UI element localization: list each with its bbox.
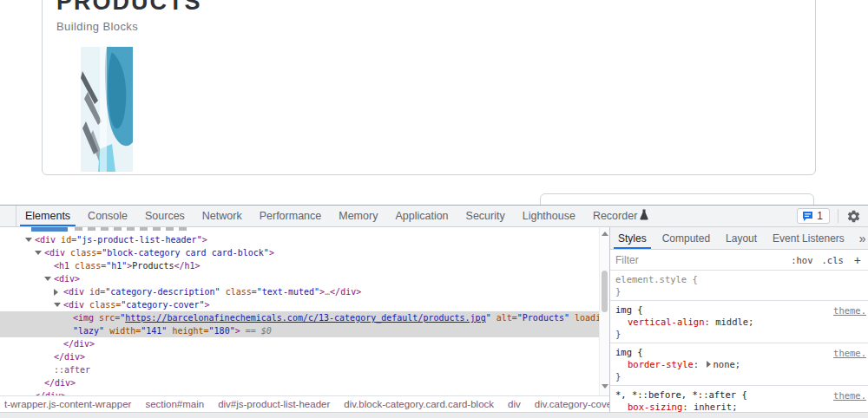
breadcrumb-item[interactable]: div.category-cover	[530, 398, 609, 410]
stylesheet-source-link[interactable]: theme.	[833, 347, 866, 359]
devtools-tab-application[interactable]: Application	[386, 206, 457, 226]
code-segment: <img	[73, 313, 99, 323]
collapse-arrow-icon[interactable]	[44, 277, 51, 281]
devtools-tab-console[interactable]: Console	[79, 206, 136, 226]
property-colon: :	[705, 317, 716, 327]
code-segment: >	[269, 248, 274, 258]
sidebar-tab-event-listeners[interactable]: Event Listeners	[765, 227, 852, 249]
style-rule: theme.img {vertical-align: middle;}	[610, 301, 868, 343]
code-segment: id=	[89, 287, 105, 297]
devtools-tab-label: Elements	[25, 210, 70, 222]
breadcrumb-item[interactable]: div	[503, 398, 525, 410]
stylesheet-source-link[interactable]: theme.	[833, 304, 866, 317]
breadcrumb-item[interactable]: div#js-product-list-header	[214, 398, 334, 410]
code-segment: >	[205, 300, 210, 310]
dom-tree-row[interactable]: </div>	[0, 337, 599, 350]
code-segment: <div	[63, 287, 89, 297]
dom-tree-row[interactable]: <img src="https://barcelonafinechemicals…	[0, 311, 599, 324]
dom-tree-row[interactable]: <div id="category-description" class="te…	[0, 285, 599, 298]
page-title: PRODUCTS	[56, 0, 202, 16]
elements-panel: <div id="js-product-list-header"><div cl…	[0, 227, 609, 412]
devtools-tabbar: ElementsConsoleSourcesNetworkPerformance…	[0, 206, 868, 227]
breadcrumb-item[interactable]: t-wrapper.js-content-wrapper	[0, 398, 135, 410]
devtools-tab-label: Memory	[339, 210, 378, 222]
rule-selector[interactable]: element.style {	[615, 274, 698, 284]
code-segment: src=	[99, 313, 120, 323]
dom-tree-row[interactable]: "lazy" width="141" height="180"> == $0	[0, 324, 599, 337]
breadcrumb-item[interactable]: section#main	[141, 398, 208, 410]
code-segment: id=	[61, 235, 76, 245]
expand-longhand-icon[interactable]	[707, 361, 711, 368]
style-rule: element.style {}	[610, 271, 868, 301]
toggle-hover-state-button[interactable]: :hov	[791, 255, 812, 265]
dom-tree-row[interactable]: <div>	[0, 272, 599, 285]
code-segment: class=	[75, 261, 106, 271]
code-segment: <div	[44, 248, 70, 258]
dom-tree-row[interactable]: <h1 class="h1">Products</h1>	[0, 259, 599, 272]
collapse-arrow-icon[interactable]	[54, 303, 61, 307]
new-style-rule-button[interactable]: +	[854, 253, 861, 267]
devtools-tab-memory[interactable]: Memory	[330, 206, 386, 226]
css-property[interactable]: box-sizing: inherit;	[615, 401, 866, 412]
code-segment: "lazy"	[73, 326, 104, 336]
sidebar-tab-layout[interactable]: Layout	[718, 227, 765, 249]
code-segment: "category-cover"	[121, 300, 204, 310]
dom-tree-row[interactable]: </div>	[0, 389, 599, 395]
dom-tree-row[interactable]: </div>	[0, 376, 599, 389]
filter-input[interactable]: Filter	[615, 254, 782, 266]
property-value: none;	[713, 359, 741, 369]
devtools-tab-label: Sources	[145, 210, 185, 222]
rule-selector-line: img {	[615, 346, 866, 358]
devtools-tab-sources[interactable]: Sources	[136, 206, 194, 226]
scroll-down-arrow-icon[interactable]	[602, 384, 608, 389]
devtools-tab-label: Application	[395, 210, 448, 222]
tabbar-divider	[838, 209, 838, 223]
collapse-arrow-icon[interactable]	[25, 238, 32, 242]
settings-gear-icon[interactable]	[846, 209, 861, 224]
resource-link[interactable]: https://barcelonafinechemicals.com/c/13-…	[125, 313, 485, 323]
code-segment: alt=	[496, 313, 517, 323]
devtools-tab-recorder[interactable]: Recorder	[584, 206, 657, 226]
code-segment: "h1"	[106, 261, 127, 271]
devtools-tab-network[interactable]: Network	[194, 206, 251, 226]
devtools-tab-elements[interactable]: Elements	[16, 206, 79, 226]
expand-arrow-icon[interactable]	[54, 289, 58, 296]
code-segment: ==	[240, 326, 261, 336]
dom-tree-row[interactable]: <div class="category-cover">	[0, 298, 599, 311]
devtools-tab-security[interactable]: Security	[457, 206, 514, 226]
code-segment: </h1>	[174, 261, 201, 271]
rule-selector[interactable]: *, *::before, *::after {	[615, 389, 747, 400]
css-property[interactable]: border-style: none;	[615, 358, 866, 370]
elements-scrollbar[interactable]	[599, 227, 609, 395]
issues-counter-button[interactable]: 1	[797, 208, 830, 224]
more-tabs-button[interactable]: »	[852, 227, 868, 249]
rule-selector[interactable]: img {	[615, 304, 643, 315]
stylesheet-source-link[interactable]: theme.	[833, 389, 866, 402]
code-segment: </div>	[35, 391, 66, 395]
code-segment: "category-description"	[105, 287, 220, 297]
category-cover-image[interactable]	[81, 47, 133, 172]
devtools-bottom-strip	[0, 412, 868, 418]
devtools-tab-lighthouse[interactable]: Lighthouse	[514, 206, 584, 226]
dom-tree-row[interactable]: ::after	[0, 363, 599, 376]
collapse-arrow-icon[interactable]	[35, 251, 42, 255]
rule-selector[interactable]: img {	[615, 347, 643, 357]
devtools-tab-label: Lighthouse	[523, 210, 575, 222]
css-property[interactable]: vertical-align: middle;	[615, 316, 866, 328]
sidebar-tab-computed[interactable]: Computed	[654, 227, 718, 249]
property-name: border-style	[628, 359, 694, 369]
dom-tree-row[interactable]: <div class="block-category card card-blo…	[0, 246, 599, 259]
devtools-tab-performance[interactable]: Performance	[251, 206, 331, 226]
dom-tree-row[interactable]: </div>	[0, 350, 599, 363]
toggle-class-button[interactable]: .cls	[822, 255, 844, 265]
styles-tabbar: StylesComputedLayoutEvent Listeners»	[610, 227, 868, 250]
sidebar-tab-styles[interactable]: Styles	[610, 227, 654, 249]
scrollbar-thumb[interactable]	[602, 271, 608, 312]
dom-tree-row[interactable]: <div id="js-product-list-header">	[0, 233, 599, 246]
breadcrumb: t-wrapper.js-content-wrappersection#main…	[0, 395, 609, 412]
scroll-up-arrow-icon[interactable]	[602, 232, 608, 236]
breadcrumb-item[interactable]: div.block-category.card.card-block	[339, 398, 498, 410]
property-colon: :	[682, 402, 694, 412]
code-segment: <h1	[54, 261, 75, 271]
category-description: Building Blocks	[56, 20, 138, 33]
